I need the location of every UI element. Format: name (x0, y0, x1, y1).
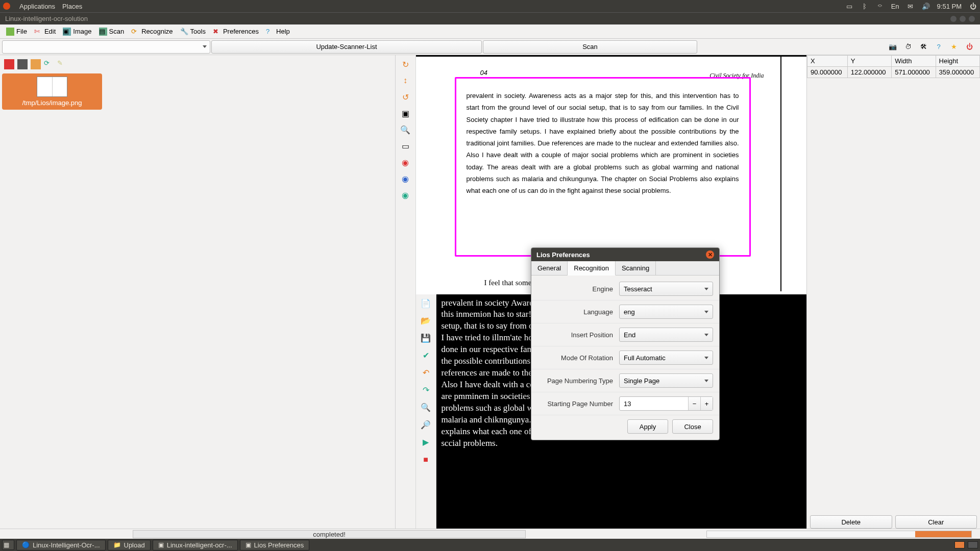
col-h[interactable]: Height (936, 56, 979, 67)
dialog-close-button[interactable]: ✕ (706, 251, 714, 259)
insert-position-label: Insert Position (537, 331, 619, 339)
rotate-left-icon[interactable]: ↺ (399, 91, 411, 103)
preferences-dialog: Lios Preferences ✕ General Recognition S… (531, 247, 720, 440)
folder-icon[interactable] (31, 59, 41, 69)
window-maximize-button[interactable] (960, 16, 966, 22)
refresh-icon[interactable]: ⟳ (44, 59, 54, 69)
starting-page-number-spin[interactable]: 13 − + (619, 396, 713, 411)
save-text-icon[interactable]: 💾 (420, 332, 432, 344)
bluetooth-icon[interactable]: ᛒ (861, 2, 869, 10)
zoom-out-icon[interactable]: ▭ (399, 140, 411, 152)
scan-button[interactable]: Scan (483, 40, 697, 54)
taskbar-item-help[interactable]: 🔵 Linux-Intelligent-Ocr-... (16, 540, 106, 550)
spin-minus-button[interactable]: − (688, 397, 700, 410)
menu-places[interactable]: Places (62, 3, 82, 10)
tab-recognition[interactable]: Recognition (568, 261, 616, 276)
apply-button[interactable]: Apply (627, 419, 668, 434)
menu-applications[interactable]: Applications (19, 3, 55, 10)
show-desktop-button[interactable]: ▦ (2, 540, 14, 550)
taskbar-item-upload[interactable]: 📁 Upload (108, 540, 151, 550)
open-text-icon[interactable]: 📂 (420, 315, 432, 327)
play-icon[interactable]: ▶ (420, 436, 432, 448)
new-text-icon[interactable]: 📄 (420, 297, 432, 310)
scanner-select-combo[interactable] (2, 40, 210, 54)
thumbnail-preview-icon (37, 77, 67, 97)
region-blue-icon[interactable]: ◉ (399, 172, 411, 185)
volume-icon[interactable]: 🔊 (922, 2, 930, 10)
zoom-fit-icon[interactable]: ▣ (399, 107, 411, 119)
window-close-button[interactable] (969, 16, 975, 22)
spellcheck-icon[interactable]: ✔ (420, 349, 432, 362)
region-green-icon[interactable]: ◉ (399, 189, 411, 201)
menu-help[interactable]: ?Help (263, 27, 293, 37)
tools-icon[interactable]: 🛠 (918, 41, 929, 53)
delete-button[interactable]: Delete (810, 515, 892, 529)
stop-icon[interactable]: ■ (420, 454, 432, 466)
thumbnail-panel: ⟳ ✎ /tmp/Lios/image.png (0, 55, 396, 532)
timer-icon[interactable]: ⏱ (902, 41, 914, 53)
col-w[interactable]: Width (892, 56, 936, 67)
menu-image[interactable]: ▣Image (60, 27, 94, 37)
status-bar: completed! (0, 529, 980, 539)
wifi-icon[interactable]: ⌔ (876, 2, 884, 10)
workspace-1[interactable] (954, 541, 965, 548)
clock[interactable]: 9:51 PM (937, 3, 962, 10)
page-numbering-type-select[interactable]: Single Page (619, 373, 713, 388)
mail-icon[interactable]: ✉ (906, 2, 915, 10)
screen-icon[interactable]: ▭ (845, 2, 853, 10)
find-icon[interactable]: 🔍 (420, 402, 432, 414)
ocr-selection-rect[interactable]: prevalent in society. Awareness acts as … (455, 77, 751, 257)
window-minimize-button[interactable] (950, 16, 957, 22)
close-button[interactable]: Close (672, 419, 713, 434)
language-label: Language (537, 308, 619, 316)
region-red-icon[interactable]: ◉ (399, 156, 411, 168)
image-tool-column: ↻ ↕ ↺ ▣ 🔍 ▭ ◉ ◉ ◉ (396, 55, 416, 532)
table-row[interactable]: 90.000000 122.000000 571.000000 359.0000… (807, 67, 980, 78)
menu-preferences[interactable]: ✖Preferences (210, 27, 262, 37)
text-tool-column: 📄 📂 💾 ✔ ↶ ↷ 🔍 🔎 ▶ ■ (416, 294, 436, 532)
clear-button[interactable]: Clear (895, 515, 977, 529)
insert-position-select[interactable]: End (619, 328, 713, 342)
app-menubar: File ✄Edit ▣Image ▤Scan ⟳Recognize 🔧Tool… (0, 24, 980, 39)
workspace-2[interactable] (968, 541, 978, 548)
tab-general[interactable]: General (531, 261, 568, 275)
taskbar-item-prefs[interactable]: ▣ Lios Preferences (240, 540, 310, 550)
col-y[interactable]: Y (847, 56, 891, 67)
find-replace-icon[interactable]: 🔎 (420, 419, 432, 431)
help-icon[interactable]: ? (933, 41, 944, 53)
camera-icon[interactable]: 📷 (887, 41, 898, 53)
taskbar-item-lios[interactable]: ▣ Linux-intelligent-ocr-... (153, 540, 238, 550)
zoom-in-icon[interactable]: 🔍 (399, 123, 411, 136)
menu-edit[interactable]: ✄Edit (31, 27, 59, 37)
rotation-mode-select[interactable]: Full Automatic (619, 350, 713, 365)
star-icon[interactable]: ★ (948, 41, 960, 53)
keyboard-lang-indicator[interactable]: En (891, 2, 899, 10)
engine-select[interactable]: Tesseract (619, 282, 713, 296)
rotate-right-icon[interactable]: ↻ (399, 58, 411, 70)
quit-icon[interactable]: ⏻ (964, 41, 975, 53)
pdf-icon[interactable] (4, 59, 14, 69)
page-left-body: prevalent in society. Awareness acts as … (467, 92, 739, 194)
power-icon[interactable]: ⏻ (969, 2, 977, 10)
col-x[interactable]: X (807, 56, 848, 67)
menu-recognize[interactable]: ⟳Recognize (128, 27, 176, 37)
ubuntu-logo-icon (3, 3, 10, 10)
dialog-titlebar[interactable]: Lios Preferences ✕ (531, 248, 719, 261)
spin-plus-button[interactable]: + (700, 397, 713, 410)
main-toolbar: Update-Scanner-List Scan 📷 ⏱ 🛠 ? ★ ⏻ (0, 39, 980, 55)
tab-scanning[interactable]: Scanning (616, 261, 656, 275)
page-numbering-type-label: Page Numbering Type (537, 377, 619, 385)
update-scanner-list-button[interactable]: Update-Scanner-List (211, 40, 482, 54)
menu-tools[interactable]: 🔧Tools (177, 27, 209, 37)
undo-icon[interactable]: ↶ (420, 367, 432, 379)
page-thumbnail[interactable]: /tmp/Lios/image.png (2, 73, 102, 110)
menu-file[interactable]: File (3, 27, 30, 37)
progress-bar-left: completed! (133, 530, 526, 538)
image-icon[interactable] (17, 59, 28, 69)
flip-vertical-icon[interactable]: ↕ (399, 74, 411, 87)
menu-scan[interactable]: ▤Scan (96, 27, 128, 37)
brush-icon[interactable]: ✎ (57, 59, 67, 69)
dialog-tabs: General Recognition Scanning (531, 261, 719, 276)
language-select[interactable]: eng (619, 305, 713, 319)
redo-icon[interactable]: ↷ (420, 384, 432, 396)
